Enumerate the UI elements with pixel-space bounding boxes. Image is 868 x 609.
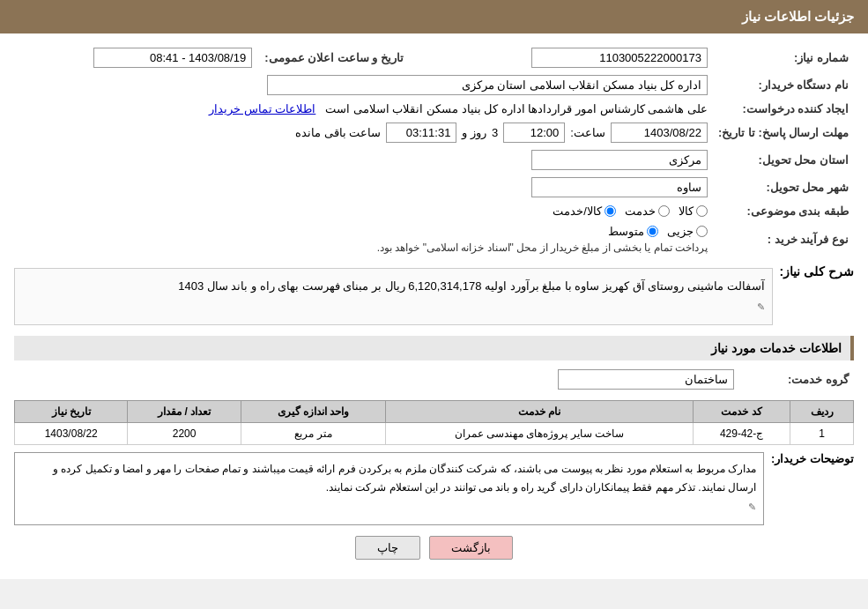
need-number-label: شماره نیاز:: [713, 44, 854, 71]
service-group-value-cell: ساختمان: [14, 366, 739, 393]
need-desc-box: آسفالت ماشینی روستای آق کهریز ساوه با مب…: [14, 268, 773, 325]
main-info-table: شماره نیاز: 1103005222000173 تاریخ و ساع…: [14, 44, 854, 257]
col-qty-header: تعداد / مقدار: [128, 400, 241, 422]
need-number-display: 1103005222000173: [531, 48, 708, 68]
row-category: طبقه بندی موضوعی: کالا خدمت: [14, 201, 854, 221]
cell-date: 1403/08/22: [15, 422, 128, 444]
province-value-cell: مرکزی: [14, 146, 713, 174]
category-radio-kala[interactable]: [696, 205, 708, 217]
need-desc-label: شرح کلی نیاز:: [780, 264, 854, 279]
category-radio-kala-item[interactable]: کالا: [679, 204, 708, 218]
buyer-org-value-cell: اداره کل بنیاد مسکن انقلاب اسلامی استان …: [14, 71, 713, 99]
cell-name: ساخت سایر پروژه‌های مهندسی عمران: [386, 422, 694, 444]
content-area: شماره نیاز: 1103005222000173 تاریخ و ساع…: [0, 33, 868, 579]
row-city: شهر محل تحویل: ساوه: [14, 174, 854, 201]
deadline-row: 1403/08/22 ساعت: 12:00 3 روز و 03:11:31 …: [19, 123, 708, 143]
col-unit-header: واحد اندازه گیری: [241, 400, 385, 422]
category-kala-label: کالا: [679, 204, 694, 218]
process-radio-motavaset-item[interactable]: متوسط: [608, 225, 658, 238]
buyer-desc-text: مدارک مربوط به استعلام مورد نظر به پیوست…: [53, 463, 756, 494]
category-value-cell: کالا خدمت کالا/خدمت: [14, 201, 713, 221]
process-radio-jozei-item[interactable]: جزیی: [667, 225, 708, 238]
announce-label: تاریخ و ساعت اعلان عمومی:: [257, 44, 409, 71]
category-radio-khadamat[interactable]: [658, 205, 670, 217]
process-value-cell: جزیی متوسط پرداخت تمام یا بخشی از مبلغ خ…: [14, 221, 713, 257]
province-display: مرکزی: [531, 150, 708, 170]
requester-value-cell: علی هاشمی کارشناس امور قراردادها اداره ک…: [14, 99, 713, 119]
deadline-date: 1403/08/22: [611, 123, 708, 143]
row-province: استان محل تحویل: مرکزی: [14, 146, 854, 174]
table-container: ردیف کد خدمت نام خدمت واحد اندازه گیری ت…: [14, 400, 854, 445]
category-radio-kala-khadamat[interactable]: [605, 205, 616, 217]
city-label: شهر محل تحویل:: [713, 174, 854, 201]
need-desc-text: آسفالت ماشینی روستای آق کهریز ساوه با مب…: [178, 279, 764, 293]
col-date-header: تاریخ نیاز: [15, 400, 128, 422]
cell-code: ج-42-429: [693, 422, 790, 444]
cell-unit: متر مربع: [241, 422, 385, 444]
service-group-table: گروه خدمت: ساختمان: [14, 366, 854, 393]
buyer-org-display: اداره کل بنیاد مسکن انقلاب اسلامی استان …: [267, 75, 708, 95]
category-label: طبقه بندی موضوعی:: [713, 201, 854, 221]
deadline-days: 3: [492, 126, 498, 139]
col-code-header: کد خدمت: [693, 400, 790, 422]
requester-label: ایجاد کننده درخواست:: [713, 99, 854, 119]
page-wrapper: جزئیات اطلاعات نیاز شماره نیاز: 11030052…: [0, 0, 868, 579]
services-table-body: 1ج-42-429ساخت سایر پروژه‌های مهندسی عمرا…: [15, 422, 854, 444]
category-radio-kala-khadamat-item[interactable]: کالا/خدمت: [553, 204, 616, 218]
process-radio-jozei[interactable]: [696, 226, 708, 237]
deadline-time-label: ساعت:: [570, 126, 605, 139]
deadline-time: 12:00: [503, 123, 565, 143]
services-table-header-row: ردیف کد خدمت نام خدمت واحد اندازه گیری ت…: [15, 400, 854, 422]
buyer-desc-box: مدارک مربوط به استعلام مورد نظر به پیوست…: [14, 452, 764, 525]
button-row: بازگشت چاپ: [14, 536, 854, 560]
services-section-title: اطلاعات خدمات مورد نیاز: [14, 336, 854, 360]
deadline-value-cell: 1403/08/22 ساعت: 12:00 3 روز و 03:11:31 …: [14, 119, 713, 146]
process-note: پرداخت تمام یا بخشی از مبلغ خریدار از مح…: [19, 241, 708, 254]
category-khadamat-label: خدمت: [625, 204, 656, 218]
requester-link[interactable]: اطلاعات تماس خریدار: [209, 102, 315, 115]
buyer-org-label: نام دستگاه خریدار:: [713, 71, 854, 99]
need-desc-icon: ✎: [757, 301, 765, 312]
process-radio-group: جزیی متوسط: [19, 225, 708, 238]
buyer-desc-label: توضیحات خریدار:: [771, 452, 854, 465]
row-buyer-org: نام دستگاه خریدار: اداره کل بنیاد مسکن ا…: [14, 71, 854, 99]
col-name-header: نام خدمت: [386, 400, 694, 422]
buyer-desc-icon: ✎: [748, 501, 756, 512]
row-requester: ایجاد کننده درخواست: علی هاشمی کارشناس ا…: [14, 99, 854, 119]
services-table: ردیف کد خدمت نام خدمت واحد اندازه گیری ت…: [14, 400, 854, 445]
city-display: ساوه: [531, 177, 708, 197]
category-kala-khadamat-label: کالا/خدمت: [553, 204, 602, 218]
need-number-value: 1103005222000173: [444, 44, 713, 71]
cell-qty: 2200: [128, 422, 241, 444]
need-desc-row: شرح کلی نیاز: آسفالت ماشینی روستای آق که…: [14, 264, 854, 329]
process-jozei-label: جزیی: [667, 225, 694, 238]
service-group-row: گروه خدمت: ساختمان: [14, 366, 854, 393]
announce-display: 1403/08/19 - 08:41: [93, 48, 252, 68]
back-button[interactable]: بازگشت: [429, 536, 513, 560]
process-label: نوع فرآیند خرید :: [713, 221, 854, 257]
col-row-header: ردیف: [790, 400, 854, 422]
print-button[interactable]: چاپ: [355, 536, 420, 560]
cell-row: 1: [790, 422, 854, 444]
city-value-cell: ساوه: [14, 174, 713, 201]
buyer-desc-row: توضیحات خریدار: مدارک مربوط به استعلام م…: [14, 452, 854, 525]
table-row: 1ج-42-429ساخت سایر پروژه‌های مهندسی عمرا…: [15, 422, 854, 444]
deadline-label: مهلت ارسال پاسخ: تا تاریخ:: [713, 119, 854, 146]
deadline-day-label: روز و: [462, 126, 486, 139]
deadline-remaining-label: ساعت باقی مانده: [295, 126, 381, 139]
process-motavaset-label: متوسط: [608, 225, 644, 238]
province-label: استان محل تحویل:: [713, 146, 854, 174]
process-radio-motavaset[interactable]: [647, 226, 658, 237]
page-title: جزئیات اطلاعات نیاز: [742, 9, 854, 24]
announce-value-cell: 1403/08/19 - 08:41: [14, 44, 257, 71]
requester-text: علی هاشمی کارشناس امور قراردادها اداره ک…: [325, 102, 708, 115]
services-table-head: ردیف کد خدمت نام خدمت واحد اندازه گیری ت…: [15, 400, 854, 422]
row-process: نوع فرآیند خرید : جزیی متوسط: [14, 221, 854, 257]
deadline-remaining: 03:11:31: [386, 123, 456, 143]
service-group-display: ساختمان: [558, 369, 734, 390]
row-need-number: شماره نیاز: 1103005222000173 تاریخ و ساع…: [14, 44, 854, 71]
page-header: جزئیات اطلاعات نیاز: [0, 0, 868, 33]
row-deadline: مهلت ارسال پاسخ: تا تاریخ: 1403/08/22 سا…: [14, 119, 854, 146]
category-radio-khadamat-item[interactable]: خدمت: [625, 204, 670, 218]
service-group-label: گروه خدمت:: [739, 366, 854, 393]
